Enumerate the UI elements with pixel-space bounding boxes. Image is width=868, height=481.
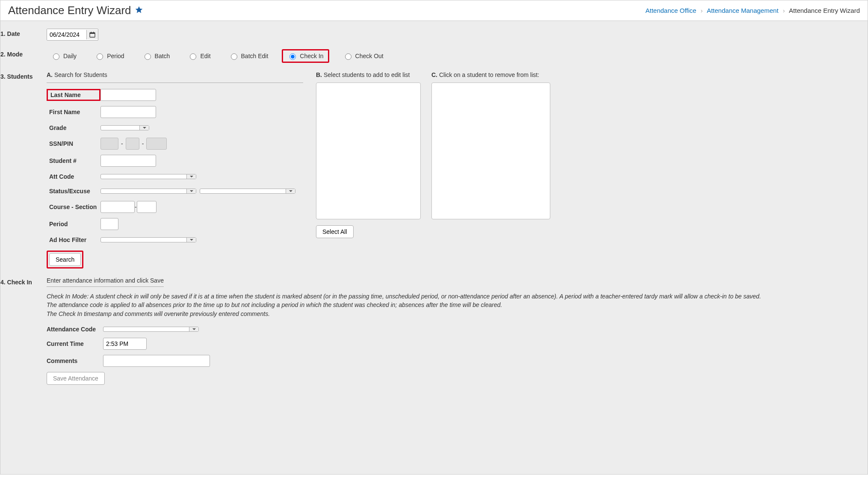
chevron-down-icon [186,174,196,179]
checkin-note-2: The attendance code is applied to all ab… [47,301,860,309]
status-select[interactable] [100,189,196,194]
checkin-note-1: Check In Mode: A student check in will o… [47,292,860,301]
chevron-down-icon [286,189,295,193]
att-code-select[interactable] [100,174,196,179]
section-a-prefix: A. [47,71,53,78]
svg-rect-3 [93,32,94,33]
label-grade: Grade [47,123,100,133]
last-name-input[interactable] [100,89,156,101]
mode-radio-period[interactable]: Period [90,50,128,62]
label-ssn: SSN/PIN [47,139,100,148]
page-title: Attendance Entry Wizard [8,4,131,17]
section-b-title: Select students to add to edit list [324,71,410,78]
mode-radio-check-in[interactable]: Check In [282,49,329,63]
mode-label-batch-edit: Batch Edit [241,53,269,59]
course-input[interactable] [100,201,135,213]
svg-rect-1 [90,32,95,34]
breadcrumb-attendance-office[interactable]: Attendance Office [645,7,696,14]
calendar-icon[interactable] [86,30,98,39]
label-period: Period [47,219,100,229]
mode-radio-daily[interactable]: Daily [47,50,81,62]
section-c-title: Click on a student to remove from list: [439,71,539,78]
section-a-title: Search for Students [54,71,107,78]
breadcrumb-current: Attendance Entry Wizard [789,7,860,14]
chevron-right-icon: › [701,7,703,14]
svg-rect-2 [91,32,92,33]
excuse-select[interactable] [200,189,295,194]
chevron-down-icon [186,238,196,242]
favorite-star-icon[interactable] [135,4,143,17]
step-label-checkin: 4. Check In [0,277,47,286]
label-current-time: Current Time [47,340,103,347]
label-last-name: Last Name [47,89,100,101]
ssn-seg-2[interactable] [126,138,139,150]
section-b-prefix: B. [316,71,322,78]
search-button[interactable]: Search [49,253,81,266]
label-comments: Comments [47,357,103,364]
mode-label-daily: Daily [63,53,77,59]
mode-label-period: Period [107,53,124,59]
mode-label-batch: Batch [155,53,170,59]
ssn-seg-3[interactable] [146,138,167,150]
select-to-add-listbox[interactable] [316,83,421,219]
label-student-num: Student # [47,156,100,165]
save-attendance-button[interactable]: Save Attendance [47,372,105,385]
adhoc-select[interactable] [100,237,196,242]
section-c-prefix: C. [431,71,437,78]
ssn-seg-1[interactable] [100,138,118,150]
date-input[interactable] [47,29,86,40]
remove-from-list-listbox[interactable] [431,83,550,219]
mode-label-edit: Edit [200,53,210,59]
step-label-students: 3. Students [0,71,47,80]
student-num-input[interactable] [100,155,156,167]
label-course-section: Course - Section [47,202,100,212]
mode-label-check-in: Check In [300,53,323,59]
comments-input[interactable] [103,355,210,367]
period-input[interactable] [100,218,118,230]
label-att-code: Att Code [47,172,100,181]
checkin-note-3: The Check In timestamp and comments will… [47,310,860,318]
first-name-input[interactable] [100,106,156,118]
mode-radio-edit[interactable]: Edit [183,50,215,62]
grade-select[interactable] [100,125,149,130]
breadcrumb: Attendance Office › Attendance Managemen… [645,7,860,14]
chevron-right-icon: › [783,7,785,14]
step-label-date: 1. Date [0,29,47,37]
chevron-down-icon [189,327,198,331]
step-label-mode: 2. Mode [0,49,47,58]
breadcrumb-attendance-management[interactable]: Attendance Management [707,7,779,14]
label-status-excuse: Status/Excuse [47,186,100,196]
select-all-button[interactable]: Select All [316,225,354,238]
section-input[interactable] [137,201,156,213]
label-adhoc: Ad Hoc Filter [47,235,100,245]
checkin-subhead: Enter attendance information and click S… [47,277,164,287]
chevron-down-icon [139,126,149,130]
mode-label-check-out: Check Out [355,53,384,59]
chevron-down-icon [186,189,196,193]
mode-radio-batch[interactable]: Batch [138,50,174,62]
label-first-name: First Name [47,107,100,117]
current-time-input[interactable] [103,338,147,350]
attendance-code-select[interactable] [103,327,199,332]
mode-radio-check-out[interactable]: Check Out [339,50,388,62]
label-attendance-code: Attendance Code [47,326,103,333]
mode-radio-batch-edit[interactable]: Batch Edit [224,50,273,62]
